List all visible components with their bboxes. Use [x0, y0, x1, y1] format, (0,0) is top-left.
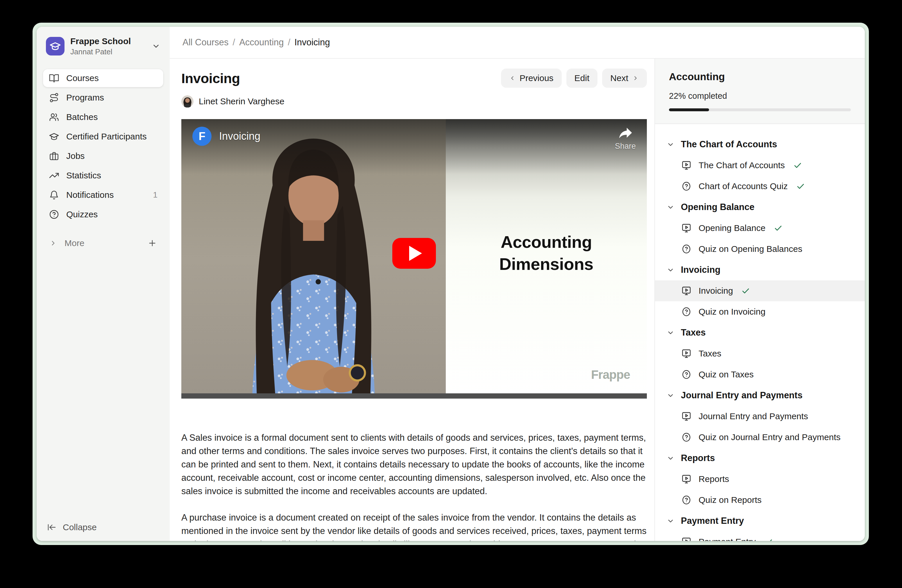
- trending-up-icon: [49, 170, 59, 181]
- next-button-label: Next: [610, 73, 628, 83]
- chevron-right-icon: [632, 75, 639, 81]
- sidebar-item-batches[interactable]: Batches: [43, 108, 163, 126]
- sidebar-item-quizzes[interactable]: Quizzes: [43, 205, 163, 224]
- lesson-paragraph: A Sales invoice is a formal document sen…: [181, 431, 647, 498]
- sidebar-collapse-button[interactable]: Collapse: [43, 522, 163, 532]
- breadcrumb-course[interactable]: Accounting: [239, 37, 283, 48]
- outline-section-invoicing[interactable]: Invoicing: [655, 260, 865, 280]
- monitor-play-icon: [681, 160, 692, 170]
- course-progress-header: Accounting 22% completed: [655, 59, 865, 124]
- lesson-actions: Previous Edit Next: [501, 69, 647, 88]
- progress-fill: [669, 108, 709, 111]
- workspace-switcher[interactable]: Frappe School Jannat Patel: [43, 34, 163, 58]
- outline-section-journal-entry-and-payments[interactable]: Journal Entry and Payments: [655, 385, 865, 406]
- outline-section-title: Payment Entry: [681, 516, 744, 526]
- chevron-left-icon: [509, 75, 515, 81]
- sidebar-item-label: Notifications: [66, 190, 114, 200]
- monitor-play-icon: [681, 223, 692, 233]
- outline-item-label: Quiz on Reports: [698, 495, 762, 505]
- outline-item-taxes[interactable]: Taxes: [655, 343, 865, 364]
- outline-section-reports[interactable]: Reports: [655, 448, 865, 469]
- sidebar-item-label: Batches: [66, 112, 98, 122]
- next-button[interactable]: Next: [602, 69, 647, 88]
- page-title: Invoicing: [181, 70, 240, 86]
- workspace-title: Frappe School: [70, 36, 131, 47]
- sidebar-item-notifications[interactable]: Notifications1: [43, 186, 163, 204]
- book-open-icon: [49, 73, 59, 83]
- outline-item-journal-entry-and-payments[interactable]: Journal Entry and Payments: [655, 406, 865, 427]
- outline-section-title: Invoicing: [681, 265, 720, 275]
- outline-section-payment-entry[interactable]: Payment Entry: [655, 510, 865, 531]
- completed-check-icon: [793, 161, 802, 170]
- outline-item-quiz-on-reports[interactable]: Quiz on Reports: [655, 489, 865, 510]
- video-player[interactable]: Accounting Dimensions Frappe F Invoicing: [181, 119, 647, 399]
- edit-button[interactable]: Edit: [566, 69, 598, 88]
- sidebar-item-courses[interactable]: Courses: [43, 69, 163, 87]
- play-button[interactable]: [392, 238, 436, 269]
- outline-item-quiz-on-taxes[interactable]: Quiz on Taxes: [655, 364, 865, 385]
- chevron-down-icon: [667, 203, 675, 211]
- outline-item-opening-balance[interactable]: Opening Balance: [655, 217, 865, 239]
- outline-item-label: The Chart of Accounts: [698, 160, 785, 170]
- outline-item-quiz-on-journal-entry-and-payments[interactable]: Quiz on Journal Entry and Payments: [655, 427, 865, 448]
- chevron-down-icon: [667, 266, 675, 274]
- sidebar: Frappe School Jannat Patel CoursesProgra…: [37, 27, 170, 541]
- share-icon: [618, 127, 633, 139]
- channel-avatar[interactable]: F: [193, 127, 211, 146]
- breadcrumb: All Courses / Accounting / Invoicing: [183, 37, 330, 48]
- frappe-school-logo-icon: [46, 37, 64, 55]
- outline-section-the-chart-of-accounts[interactable]: The Chart of Accounts: [655, 134, 865, 155]
- share-button[interactable]: Share: [615, 127, 636, 151]
- chevron-down-icon: [667, 517, 675, 525]
- outline-item-label: Chart of Accounts Quiz: [698, 181, 788, 191]
- sidebar-item-jobs[interactable]: Jobs: [43, 147, 163, 165]
- outline-item-chart-of-accounts-quiz[interactable]: Chart of Accounts Quiz: [655, 176, 865, 197]
- chevron-down-icon: [667, 454, 675, 462]
- content-column: All Courses / Accounting / Invoicing Inv…: [170, 27, 865, 541]
- sidebar-menu: CoursesProgramsBatchesCertified Particip…: [43, 69, 163, 224]
- sidebar-item-certified-participants[interactable]: Certified Participants: [43, 128, 163, 145]
- outline-item-quiz-on-opening-balances[interactable]: Quiz on Opening Balances: [655, 239, 865, 260]
- monitor-play-icon: [681, 411, 692, 422]
- breadcrumb-separator: /: [288, 37, 291, 48]
- notification-count-badge: 1: [153, 190, 158, 200]
- author-name: Linet Sherin Varghese: [199, 97, 285, 106]
- lesson-paragraph: A purchase invoice is a document created…: [181, 511, 647, 541]
- plus-icon[interactable]: [148, 239, 157, 248]
- outline-list: The Chart of AccountsThe Chart of Accoun…: [655, 124, 865, 541]
- course-outline-panel: Accounting 22% completed The Chart of Ac…: [655, 59, 865, 541]
- outline-section-taxes[interactable]: Taxes: [655, 322, 865, 343]
- briefcase-icon: [49, 151, 59, 161]
- outline-item-payment-entry[interactable]: Payment Entry: [655, 531, 865, 541]
- sidebar-item-more[interactable]: More: [43, 235, 163, 251]
- breadcrumb-all-courses[interactable]: All Courses: [183, 37, 229, 48]
- outline-item-the-chart-of-accounts[interactable]: The Chart of Accounts: [655, 155, 865, 176]
- quiz-circle-icon: [681, 369, 692, 380]
- video-progress-bar[interactable]: [181, 393, 647, 399]
- quiz-circle-icon: [681, 181, 692, 191]
- slide-title: Accounting Dimensions: [446, 231, 647, 275]
- quiz-circle-icon: [681, 495, 692, 505]
- outline-item-invoicing[interactable]: Invoicing: [655, 280, 865, 301]
- frappe-watermark: Frappe: [591, 368, 630, 382]
- sidebar-item-programs[interactable]: Programs: [43, 89, 163, 106]
- users-icon: [49, 112, 59, 122]
- sidebar-item-statistics[interactable]: Statistics: [43, 166, 163, 185]
- monitor-play-icon: [681, 536, 692, 541]
- chevron-down-icon: [667, 141, 675, 149]
- video-title[interactable]: Invoicing: [219, 130, 260, 142]
- sidebar-item-label: Courses: [66, 73, 99, 83]
- quiz-circle-icon: [681, 244, 692, 254]
- progress-label: 22% completed: [669, 91, 851, 101]
- outline-item-reports[interactable]: Reports: [655, 469, 865, 489]
- body-row: Invoicing Previous Edit: [170, 59, 865, 541]
- outline-section-opening-balance[interactable]: Opening Balance: [655, 197, 865, 217]
- outline-item-quiz-on-invoicing[interactable]: Quiz on Invoicing: [655, 301, 865, 322]
- chevron-down-icon: [667, 329, 675, 337]
- previous-button[interactable]: Previous: [501, 69, 562, 88]
- graduation-cap-icon: [49, 131, 59, 142]
- outline-item-label: Journal Entry and Payments: [698, 411, 808, 421]
- monitor-play-icon: [681, 286, 692, 296]
- breadcrumb-current: Invoicing: [294, 37, 330, 48]
- breadcrumb-separator: /: [233, 37, 235, 48]
